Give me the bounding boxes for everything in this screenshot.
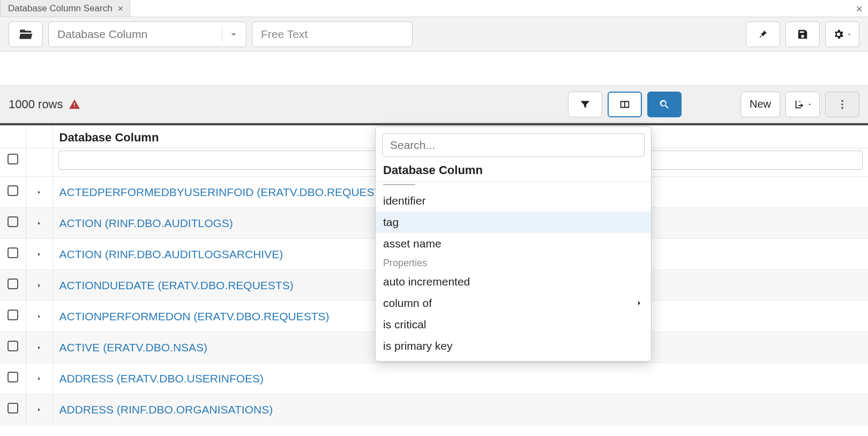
column-picker-item[interactable]: identifier: [376, 190, 651, 212]
row-checkbox[interactable]: [8, 185, 18, 196]
column-picker-popover: Database Column ———identifiertagasset na…: [375, 126, 652, 362]
expand-row-button[interactable]: [36, 372, 42, 385]
column-picker-search-input[interactable]: [382, 133, 645, 157]
more-actions-button[interactable]: [825, 92, 859, 117]
row-count-label: 1000 rows: [9, 97, 63, 111]
caret-right-icon: [36, 282, 42, 289]
window-close-icon[interactable]: ×: [856, 2, 863, 16]
folder-open-icon: [19, 27, 33, 41]
settings-button[interactable]: [825, 21, 859, 47]
filter-button[interactable]: [568, 92, 602, 117]
kebab-icon: [836, 99, 848, 110]
caret-right-icon: [36, 407, 42, 413]
tab-title: Database Column Search: [8, 3, 113, 14]
export-button[interactable]: [785, 92, 820, 117]
row-link[interactable]: ACTEDPERFORMEDBYUSERINFOID (ERATV.DBO.RE…: [59, 186, 393, 198]
column-picker-item[interactable]: tag: [376, 212, 651, 233]
warning-icon: [69, 99, 80, 110]
tab-database-column-search[interactable]: Database Column Search ×: [0, 0, 130, 17]
row-checkbox[interactable]: [8, 279, 18, 289]
column-picker-item-label: column of: [383, 297, 432, 310]
row-link[interactable]: ACTIONDUEDATE (ERATV.DBO.REQUESTS): [59, 279, 294, 291]
export-icon: [793, 99, 805, 110]
open-folder-button[interactable]: [9, 21, 43, 47]
row-link[interactable]: ACTION (RINF.DBO.AUDITLOGS): [59, 217, 233, 229]
row-checkbox[interactable]: [8, 372, 18, 382]
expand-row-button[interactable]: [36, 186, 42, 198]
svg-point-2: [841, 107, 843, 109]
search-toolbar: Database Column: [0, 17, 868, 51]
asset-type-value: Database Column: [57, 28, 216, 41]
caret-down-icon: [847, 32, 852, 37]
results-toolbar: 1000 rows New: [0, 86, 868, 123]
column-picker-item-label: is critical: [383, 318, 426, 331]
expand-row-button[interactable]: [36, 403, 42, 416]
chevron-down-icon: [228, 28, 240, 40]
save-icon: [797, 28, 809, 40]
row-checkbox[interactable]: [8, 341, 18, 351]
caret-right-icon: [36, 220, 42, 227]
expand-row-button[interactable]: [36, 341, 42, 354]
columns-icon: [619, 99, 631, 110]
caret-right-icon: [36, 251, 42, 258]
select-all-checkbox[interactable]: [8, 154, 18, 164]
expand-header: [26, 125, 53, 148]
gear-icon: [833, 28, 844, 40]
row-checkbox[interactable]: [8, 247, 18, 258]
pin-icon: [757, 28, 769, 40]
search-icon: [659, 99, 670, 110]
search-button[interactable]: [647, 92, 682, 117]
pin-button[interactable]: [746, 21, 780, 47]
table-row: ADDRESS (RINF.DBO.ORGANISATIONS): [0, 394, 868, 425]
row-link[interactable]: ACTIONPERFORMEDON (ERATV.DBO.REQUESTS): [59, 310, 330, 322]
expand-row-button[interactable]: [36, 279, 42, 291]
row-count: 1000 rows: [9, 97, 80, 111]
caret-down-icon: [807, 102, 812, 107]
column-picker-item[interactable]: column of: [376, 292, 651, 314]
column-picker-item[interactable]: is critical: [376, 314, 651, 335]
expand-row-button[interactable]: [36, 248, 42, 260]
asset-type-select[interactable]: Database Column: [48, 21, 246, 47]
save-button[interactable]: [785, 21, 820, 47]
chevron-right-icon: [635, 299, 643, 307]
column-picker-item[interactable]: auto incremented: [376, 271, 651, 292]
row-link[interactable]: ACTIVE (ERATV.DBO.NSAS): [59, 341, 208, 354]
caret-right-icon: [36, 189, 42, 196]
column-picker-group-label: Properties: [376, 254, 651, 271]
new-button[interactable]: New: [740, 92, 780, 117]
row-checkbox[interactable]: [8, 403, 18, 414]
expand-row-button[interactable]: [36, 217, 42, 229]
columns-button[interactable]: [608, 92, 642, 117]
tab-bar: Database Column Search × ×: [0, 0, 868, 17]
svg-point-0: [841, 100, 843, 102]
caret-right-icon: [36, 313, 42, 320]
funnel-icon: [579, 99, 591, 110]
column-picker-item[interactable]: asset name: [376, 233, 651, 254]
close-icon[interactable]: ×: [118, 4, 124, 13]
table-row: ADDRESS (ERATV.DBO.USERINFOES): [0, 363, 868, 394]
column-picker-item-label: is primary key: [383, 340, 453, 352]
row-link[interactable]: ACTION (RINF.DBO.AUDITLOGSARCHIVE): [59, 248, 283, 260]
list-overflow-indicator: ———: [376, 182, 651, 190]
caret-right-icon: [36, 375, 42, 382]
row-link[interactable]: ADDRESS (RINF.DBO.ORGANISATIONS): [59, 403, 273, 416]
row-checkbox[interactable]: [8, 216, 18, 227]
column-picker-item-label: auto incremented: [383, 275, 470, 288]
free-text-input[interactable]: [252, 21, 413, 47]
column-picker-section-title: Database Column: [376, 162, 651, 182]
caret-right-icon: [36, 344, 42, 351]
svg-point-1: [841, 103, 843, 106]
criteria-bar: [0, 51, 868, 86]
select-all-header: [0, 125, 26, 148]
column-picker-item[interactable]: is primary key: [376, 335, 651, 357]
expand-row-button[interactable]: [36, 310, 42, 322]
row-checkbox[interactable]: [8, 310, 18, 320]
row-link[interactable]: ADDRESS (ERATV.DBO.USERINFOES): [59, 372, 264, 385]
